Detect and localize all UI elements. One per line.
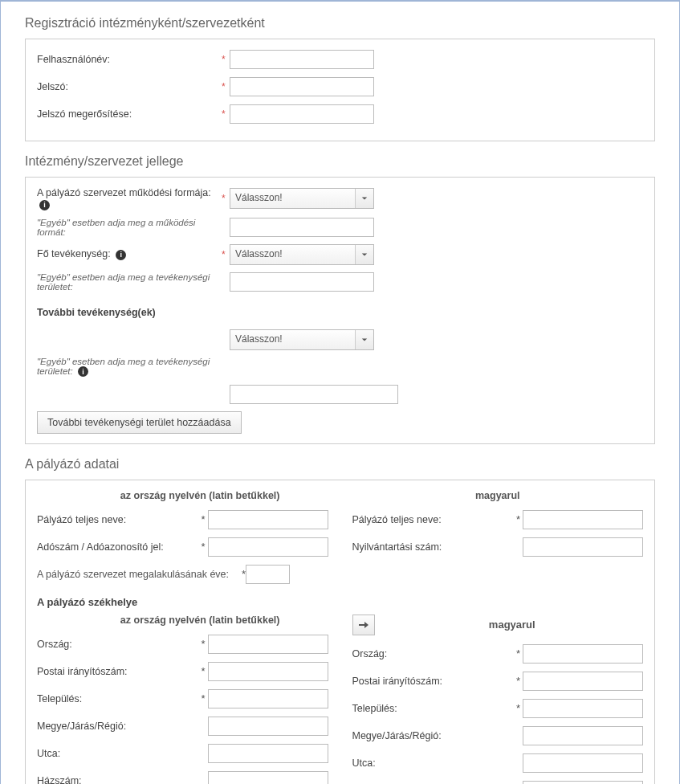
password-label: Jelszó: [37,81,222,92]
zip-hu-input[interactable] [523,672,643,691]
chevron-down-icon [356,189,373,208]
password-confirm-label: Jelszó megerősítése: [37,108,222,120]
fullname-hu-input[interactable] [523,510,643,529]
fullname-native-input[interactable] [208,510,328,529]
street-label: Utca: [37,748,202,759]
region-label: Megye/Járás/Régió: [37,721,202,732]
required-marker: * [202,638,208,650]
city-label: Település: [37,693,202,704]
taxid-input[interactable] [208,537,328,557]
username-label: Felhasználónév: [37,54,222,65]
main-activity-select[interactable]: Válasszon! [230,244,374,265]
est-year-input[interactable] [246,565,290,584]
info-icon[interactable]: i [116,250,126,260]
fullname-label-hu: Pályázó teljes neve: [352,514,517,525]
chevron-down-icon [356,245,373,264]
other-activity-input[interactable] [230,272,374,292]
select-value: Válasszon! [230,189,356,208]
other-form-input[interactable] [230,218,374,237]
city-native-input[interactable] [208,689,328,708]
seat-col-hu-header: magyarul [381,619,644,631]
other-activity-label: "Egyéb" esetben adja meg a tevékenységi … [37,272,222,292]
regnum-input[interactable] [523,537,643,557]
street-native-input[interactable] [208,744,328,763]
password-input[interactable] [230,77,374,96]
zip-native-input[interactable] [208,662,328,681]
region-native-input[interactable] [208,717,328,736]
required-marker: * [516,647,523,659]
required-marker: * [222,249,230,260]
username-input[interactable] [230,50,374,69]
more-activity-select[interactable]: Válasszon! [230,329,374,350]
seat-title: A pályázó székhelye [37,596,643,608]
region-label-hu: Megye/Járás/Régió: [352,730,517,741]
other-more-input[interactable] [230,385,398,404]
required-marker: * [202,692,208,704]
password-confirm-input[interactable] [230,104,374,124]
country-label: Ország: [37,639,202,650]
org-form-label: A pályázó szervezet működési formája: i [37,187,222,210]
zip-label-hu: Postai irányítószám: [352,676,517,687]
other-form-label: "Egyéb" esetben adja meg a működési form… [37,218,222,237]
required-marker: * [222,108,230,120]
chevron-down-icon [356,330,373,349]
city-hu-input[interactable] [523,699,643,718]
zip-label: Postai irányítószám: [37,666,202,677]
applicant-section-title: A pályázó adatai [25,457,655,472]
col-native-header: az ország nyelvén (latin betűkkel) [37,490,328,501]
applicant-panel: az ország nyelvén (latin betűkkel) Pályá… [25,480,655,785]
required-marker: * [202,665,208,677]
account-panel: Felhasználónév: * Jelszó: * Jelszó meger… [25,39,655,141]
other-more-label: "Egyéb" esetben adja meg a tevékenységi … [37,357,222,378]
org-section-title: Intézmény/szervezet jellege [25,154,655,169]
house-label: Házszám: [37,775,202,785]
add-activity-button[interactable]: További tevékenységi terület hozzáadása [37,411,242,434]
est-year-label: A pályázó szervezet megalakulásának éve: [37,569,242,580]
street-hu-input[interactable] [523,753,643,773]
fullname-label: Pályázó teljes neve: [37,514,202,525]
copy-right-button[interactable] [352,615,375,635]
info-icon[interactable]: i [39,200,50,210]
col-hu-header: magyarul [352,490,644,501]
page-title: Regisztráció intézményként/szervezetként [25,16,655,31]
required-marker: * [222,193,230,204]
house-hu-input[interactable] [523,781,643,785]
select-value: Válasszon! [230,330,356,349]
more-activities-label: További tevékenység(ek) [37,307,222,318]
required-marker: * [202,541,208,553]
city-label-hu: Település: [352,703,517,714]
regnum-label: Nyilvántartási szám: [352,541,517,553]
seat-col-native-header: az ország nyelvén (latin betűkkel) [37,615,328,626]
country-hu-input[interactable] [523,644,643,664]
taxid-label: Adószám / Adóazonosító jel: [37,541,202,553]
required-marker: * [222,81,230,92]
required-marker: * [222,54,230,65]
info-icon[interactable]: i [78,366,88,377]
required-marker: * [516,702,523,714]
required-marker: * [516,675,523,687]
select-value: Válasszon! [230,245,356,264]
region-hu-input[interactable] [523,726,643,745]
org-form-select[interactable]: Válasszon! [230,188,374,209]
country-label-hu: Ország: [352,648,517,659]
main-activity-label: Fő tevékenység: i [37,248,222,260]
org-panel: A pályázó szervezet működési formája: i … [25,177,655,444]
street-label-hu: Utca: [352,757,517,769]
house-native-input[interactable] [208,771,328,785]
country-native-input[interactable] [208,635,328,654]
required-marker: * [202,513,208,525]
required-marker: * [516,513,523,525]
